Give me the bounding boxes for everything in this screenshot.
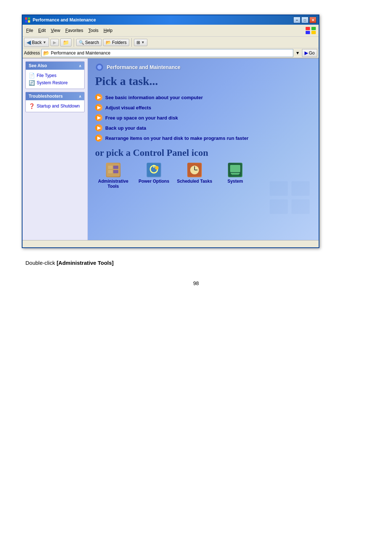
title-bar: Performance and Maintenance – □ ✕ xyxy=(23,15,319,25)
title-bar-buttons: – □ ✕ xyxy=(293,17,317,23)
svg-rect-3 xyxy=(28,20,30,23)
pick-task-heading: Pick a task... xyxy=(95,74,311,88)
views-button[interactable]: ⊞ ▼ xyxy=(134,39,147,46)
page-number: 98 xyxy=(22,280,370,286)
svg-rect-29 xyxy=(270,199,288,214)
main-panel: Performance and Maintenance Pick a task.… xyxy=(88,58,319,240)
menu-view[interactable]: View xyxy=(49,27,62,34)
sidebar-section-see-also-header: See Also ∧ xyxy=(26,62,84,70)
address-label: Address xyxy=(24,50,40,56)
control-panel-heading: or pick a Control Panel icon xyxy=(95,147,311,158)
power-options-label: Power Options xyxy=(139,179,170,184)
task-text-2: Adjust visual effects xyxy=(105,105,151,110)
menu-file[interactable]: File xyxy=(24,27,35,34)
title-bar-left: Performance and Maintenance xyxy=(25,17,96,23)
search-icon: 🔍 xyxy=(79,40,84,45)
forward-icon: ▶ xyxy=(53,40,56,45)
troubleshooters-collapse-icon[interactable]: ∧ xyxy=(79,94,81,98)
sidebar-section-see-also-title: See Also xyxy=(29,63,47,68)
sidebar-section-troubleshooters-content: ❓ Startup and Shutdown xyxy=(26,100,84,112)
status-bar xyxy=(23,240,319,247)
toolbar-separator-2 xyxy=(131,38,132,47)
minimize-button[interactable]: – xyxy=(293,17,301,23)
svg-rect-5 xyxy=(311,27,316,30)
folders-label: Folders xyxy=(112,40,127,45)
see-also-collapse-icon[interactable]: ∧ xyxy=(79,64,81,68)
svg-rect-30 xyxy=(291,199,310,214)
panel-title-row: Performance and Maintenance xyxy=(95,63,311,72)
svg-rect-26 xyxy=(231,173,240,174)
panel-title-icon xyxy=(95,63,104,72)
sidebar-link-startup-shutdown[interactable]: ❓ Startup and Shutdown xyxy=(29,102,81,110)
startup-shutdown-icon: ❓ xyxy=(29,103,34,109)
menu-bar: File Edit View Favorites Tools Help xyxy=(23,25,319,37)
sidebar-section-troubleshooters: Troubleshooters ∧ ❓ Startup and Shutdown xyxy=(25,92,85,112)
svg-rect-11 xyxy=(108,166,113,169)
icon-item-scheduled-tasks[interactable]: Scheduled Tasks xyxy=(176,163,213,189)
windows-logo xyxy=(304,25,317,36)
close-button[interactable]: ✕ xyxy=(309,17,317,23)
task-arrow-3: ▶ xyxy=(95,114,102,121)
up-icon: 📁 xyxy=(63,40,69,45)
instruction-text: Double-click [Administrative Tools] xyxy=(22,260,370,266)
search-label: Search xyxy=(85,40,99,45)
address-folder-icon: 📂 xyxy=(43,50,49,56)
menu-favorites[interactable]: Favorites xyxy=(63,27,85,34)
views-dropdown-icon: ▼ xyxy=(141,40,145,44)
svg-rect-24 xyxy=(230,165,240,172)
task-text-4: Back up your data xyxy=(105,125,146,131)
sidebar-section-see-also-content: 📄 File Types 🔄 System Restore xyxy=(26,70,84,89)
back-dropdown-icon: ▼ xyxy=(43,40,46,44)
admin-tools-label: Administrative Tools xyxy=(95,179,131,189)
menu-tools[interactable]: Tools xyxy=(86,27,101,34)
folders-icon: 📂 xyxy=(106,40,111,45)
sidebar-link-file-types[interactable]: 📄 File Types xyxy=(29,72,81,79)
svg-rect-0 xyxy=(25,17,27,20)
back-button[interactable]: ◀ Back ▼ xyxy=(24,38,49,47)
sidebar-link-system-restore[interactable]: 🔄 System Restore xyxy=(29,79,81,86)
scheduled-tasks-icon xyxy=(187,163,202,177)
task-arrow-2: ▶ xyxy=(95,104,102,111)
svg-rect-6 xyxy=(306,31,310,34)
sidebar-section-troubleshooters-title: Troubleshooters xyxy=(29,94,63,99)
folders-button[interactable]: 📂 Folders xyxy=(103,39,129,46)
system-restore-icon: 🔄 xyxy=(29,80,34,86)
menu-items: File Edit View Favorites Tools Help xyxy=(24,27,115,34)
svg-rect-7 xyxy=(311,31,316,34)
file-types-icon: 📄 xyxy=(29,73,34,78)
menu-help[interactable]: Help xyxy=(101,27,115,34)
power-options-icon xyxy=(147,163,161,177)
svg-rect-2 xyxy=(25,20,27,23)
sidebar-link-system-restore-label: System Restore xyxy=(37,80,68,85)
task-link-3[interactable]: ▶ Free up space on your hard disk xyxy=(95,114,311,121)
back-label: Back xyxy=(32,40,42,45)
address-input-wrapper: 📂 Performance and Maintenance xyxy=(41,49,293,57)
scheduled-tasks-label: Scheduled Tasks xyxy=(177,179,212,184)
maximize-button[interactable]: □ xyxy=(301,17,309,23)
icon-item-admin-tools[interactable]: Administrative Tools xyxy=(95,163,131,189)
admin-tools-icon xyxy=(106,163,121,177)
menu-edit[interactable]: Edit xyxy=(36,27,48,34)
svg-point-9 xyxy=(97,65,102,69)
task-text-1: See basic information about your compute… xyxy=(105,95,203,100)
task-text-3: Free up space on your hard disk xyxy=(105,115,178,121)
task-link-4[interactable]: ▶ Back up your data xyxy=(95,124,311,131)
icon-item-power-options[interactable]: Power Options xyxy=(136,163,172,189)
up-button[interactable]: 📁 xyxy=(60,39,72,46)
task-link-2[interactable]: ▶ Adjust visual effects xyxy=(95,104,311,111)
window-icon xyxy=(25,17,30,23)
icon-item-system[interactable]: System xyxy=(217,163,253,189)
task-arrow-5: ▶ xyxy=(95,134,102,142)
address-dropdown-arrow[interactable]: ▼ xyxy=(295,50,301,56)
svg-rect-14 xyxy=(113,170,118,173)
forward-button[interactable]: ▶ xyxy=(50,39,59,46)
search-button[interactable]: 🔍 Search xyxy=(76,39,102,46)
title-bar-text: Performance and Maintenance xyxy=(33,17,96,23)
go-button[interactable]: ▶ Go xyxy=(302,49,317,57)
task-link-5[interactable]: ▶ Rearrange items on your hard disk to m… xyxy=(95,134,311,142)
sidebar-link-startup-shutdown-label: Startup and Shutdown xyxy=(37,104,80,109)
sidebar-section-troubleshooters-header: Troubleshooters ∧ xyxy=(26,92,84,100)
icons-grid: Administrative Tools Power Options xyxy=(95,163,311,189)
task-link-1[interactable]: ▶ See basic information about your compu… xyxy=(95,94,311,101)
task-arrow-1: ▶ xyxy=(95,94,102,101)
